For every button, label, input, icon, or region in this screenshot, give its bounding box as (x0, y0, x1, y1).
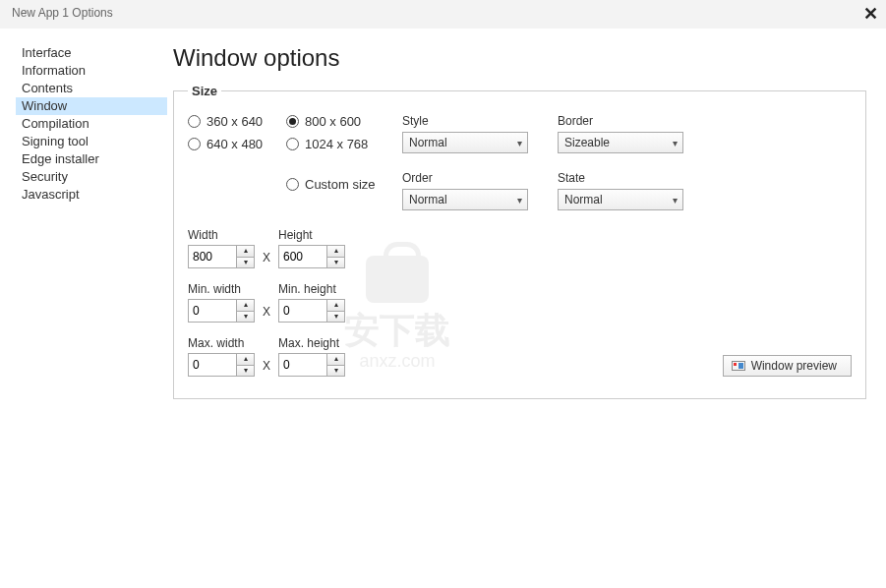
radio-360x640[interactable]: 360 x 640 (188, 114, 286, 129)
spin-up-icon[interactable]: ▴ (327, 246, 344, 258)
width-label: Width (188, 228, 255, 242)
sidebar-item-signing-tool[interactable]: Signing tool (16, 133, 167, 150)
close-icon[interactable]: ✕ (863, 3, 878, 25)
border-combo[interactable]: Sizeable ▾ (558, 132, 683, 153)
preview-label: Window preview (751, 359, 837, 373)
border-value: Sizeable (564, 136, 610, 149)
state-combo[interactable]: Normal ▾ (558, 189, 683, 210)
radio-label: 360 x 640 (207, 114, 263, 129)
window-title: New App 1 Options (12, 6, 113, 20)
radio-label: 800 x 600 (305, 114, 361, 129)
radio-1024x768[interactable]: 1024 x 768 (286, 137, 384, 151)
sidebar: Interface Information Contents Window Co… (0, 44, 167, 399)
style-label: Style (402, 114, 528, 128)
radio-800x600[interactable]: 800 x 600 (286, 114, 384, 129)
state-label: State (558, 171, 683, 185)
style-value: Normal (409, 136, 447, 149)
minwidth-label: Min. width (188, 282, 255, 296)
sidebar-item-information[interactable]: Information (16, 62, 167, 80)
radio-label: 1024 x 768 (305, 137, 368, 151)
spin-up-icon[interactable]: ▴ (237, 246, 254, 258)
spin-down-icon[interactable]: ▾ (327, 258, 344, 268)
preview-icon (732, 361, 745, 371)
sidebar-item-interface[interactable]: Interface (16, 44, 167, 62)
titlebar: New App 1 Options ✕ (0, 0, 886, 29)
radio-custom-size[interactable]: Custom size (286, 177, 384, 192)
size-group: Size 360 x 640 640 x 480 800 x 600 (173, 84, 866, 399)
chevron-down-icon: ▾ (673, 195, 678, 206)
state-value: Normal (564, 193, 603, 206)
border-label: Border (558, 114, 683, 128)
spin-down-icon[interactable]: ▾ (237, 312, 254, 323)
sidebar-item-contents[interactable]: Contents (16, 80, 167, 97)
spin-up-icon[interactable]: ▴ (327, 300, 344, 312)
radio-label: Custom size (305, 177, 376, 192)
maxheight-input[interactable] (279, 354, 326, 376)
height-label: Height (278, 228, 345, 242)
height-spinner[interactable]: ▴▾ (278, 245, 345, 268)
page-title: Window options (173, 44, 866, 72)
width-input[interactable] (189, 246, 236, 267)
spin-down-icon[interactable]: ▾ (237, 258, 254, 268)
radio-icon (286, 178, 299, 191)
radio-icon (286, 115, 299, 128)
maxheight-label: Max. height (278, 336, 345, 350)
minwidth-input[interactable] (189, 300, 236, 322)
order-value: Normal (409, 193, 447, 206)
sidebar-item-security[interactable]: Security (16, 168, 167, 186)
x-separator: X (263, 359, 270, 377)
maxheight-spinner[interactable]: ▴▾ (278, 353, 345, 377)
radio-label: 640 x 480 (207, 137, 263, 151)
maxwidth-spinner[interactable]: ▴▾ (188, 353, 255, 377)
sidebar-item-compilation[interactable]: Compilation (16, 115, 167, 133)
minheight-input[interactable] (279, 300, 326, 322)
order-label: Order (402, 171, 528, 185)
spin-down-icon[interactable]: ▾ (327, 366, 344, 377)
window-preview-button[interactable]: Window preview (723, 355, 852, 377)
maxwidth-label: Max. width (188, 336, 255, 350)
minheight-label: Min. height (278, 282, 345, 296)
spin-up-icon[interactable]: ▴ (237, 300, 254, 312)
order-combo[interactable]: Normal ▾ (402, 189, 528, 210)
sidebar-item-window[interactable]: Window (16, 97, 167, 115)
width-spinner[interactable]: ▴▾ (188, 245, 255, 268)
chevron-down-icon: ▾ (673, 138, 678, 148)
x-separator: X (263, 305, 270, 323)
radio-icon (286, 138, 299, 150)
spin-up-icon[interactable]: ▴ (327, 354, 344, 366)
chevron-down-icon: ▾ (517, 138, 522, 148)
spin-down-icon[interactable]: ▾ (237, 366, 254, 377)
height-input[interactable] (279, 246, 326, 267)
style-combo[interactable]: Normal ▾ (402, 132, 528, 153)
minheight-spinner[interactable]: ▴▾ (278, 299, 345, 323)
minwidth-spinner[interactable]: ▴▾ (188, 299, 255, 323)
sidebar-item-edge-installer[interactable]: Edge installer (16, 150, 167, 168)
chevron-down-icon: ▾ (517, 195, 522, 206)
radio-icon (188, 115, 201, 128)
spin-up-icon[interactable]: ▴ (237, 354, 254, 366)
sidebar-item-javascript[interactable]: Javascript (16, 186, 167, 204)
size-legend: Size (188, 84, 221, 98)
radio-640x480[interactable]: 640 x 480 (188, 137, 286, 151)
maxwidth-input[interactable] (189, 354, 236, 376)
radio-icon (188, 138, 201, 150)
spin-down-icon[interactable]: ▾ (327, 312, 344, 323)
x-separator: X (263, 251, 270, 268)
